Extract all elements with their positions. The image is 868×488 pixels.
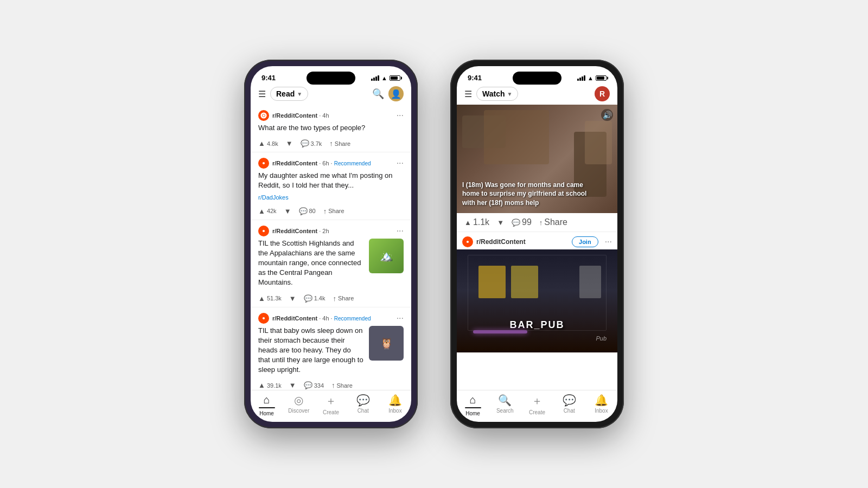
- avatar-left[interactable]: 👤: [388, 86, 404, 101]
- post-3-share[interactable]: ↑ Share: [333, 294, 354, 303]
- post-2-avatar: [258, 158, 269, 169]
- post-4-time: · 4h ·: [319, 315, 334, 322]
- post-4: r/RedditContent · 4h · Recommended ··· T…: [251, 307, 411, 390]
- battery-icon-left: [390, 75, 400, 81]
- post-3: r/RedditContent · 2h ··· TIL the Scottis…: [251, 220, 411, 307]
- nav-home-left[interactable]: ⌂ Home: [251, 394, 283, 416]
- mode-label-read: Read: [276, 89, 295, 98]
- nav-discover-label-left: Discover: [288, 408, 309, 414]
- video-bg-2: BAR_PUB Pub: [457, 249, 617, 352]
- search-icon-right: 🔍: [498, 394, 512, 407]
- top-nav-left: ☰ Read ▼ 🔍 👤: [251, 84, 411, 105]
- post-3-thumb: 🏔️: [369, 239, 404, 273]
- post-1-avatar: [258, 110, 269, 121]
- post-2-upvote[interactable]: ▲ 42k: [258, 207, 277, 215]
- nav-create-label-right: Create: [529, 409, 545, 415]
- post-2-downvote[interactable]: ▼: [284, 207, 291, 215]
- post-4-actions: ▲ 39.1k ▼ 💬 334 ↑ Share: [258, 378, 404, 390]
- post-2-recommended: Recommended: [334, 160, 371, 166]
- post-2-meta: r/RedditContent · 6h · Recommended: [272, 160, 393, 166]
- hamburger-icon-right[interactable]: ☰: [464, 89, 472, 99]
- post-2-header: r/RedditContent · 6h · Recommended ···: [258, 158, 404, 169]
- video-post-2: r/RedditContent Join ··· BAR_PUB: [457, 232, 617, 352]
- post-3-content: TIL the Scottish Highlands and the Appal…: [258, 239, 404, 291]
- nav-home-right[interactable]: ⌂ Home: [457, 394, 489, 416]
- nav-inbox-right[interactable]: 🔔 Inbox: [585, 394, 617, 416]
- post-4-header: r/RedditContent · 4h · Recommended ···: [258, 313, 404, 324]
- video-1-share[interactable]: ↑ Share: [539, 217, 567, 227]
- status-icons-left: ▲: [371, 75, 400, 81]
- post-1-share[interactable]: ↑ Share: [329, 139, 350, 147]
- video-2-subreddit: r/RedditContent: [476, 238, 526, 246]
- phone-left-screen: 9:41 ▲ ☰ Read ▼ �: [251, 66, 411, 422]
- nav-create-left[interactable]: ＋ Create: [315, 394, 347, 416]
- svg-point-5: [263, 229, 265, 232]
- home-icon-left: ⌂: [264, 394, 270, 406]
- post-2: r/RedditContent · 6h · Recommended ··· M…: [251, 152, 411, 220]
- home-icon-right: ⌂: [470, 394, 476, 406]
- nav-inbox-label-right: Inbox: [595, 408, 608, 414]
- post-2-more[interactable]: ···: [397, 158, 404, 168]
- nav-discover-left[interactable]: ◎ Discover: [283, 394, 315, 416]
- video-1-comment[interactable]: 💬 99: [512, 217, 532, 227]
- post-1-upvote[interactable]: ▲ 4.8k: [258, 139, 278, 147]
- post-4-downvote[interactable]: ▼: [289, 381, 296, 389]
- video-1-upvote[interactable]: ▲ 1.1k: [464, 217, 489, 227]
- post-4-title: TIL that baby owls sleep down on their s…: [258, 326, 365, 375]
- nav-home-label-right: Home: [465, 410, 480, 416]
- volume-icon[interactable]: 🔊: [601, 109, 613, 121]
- battery-icon-right: [596, 75, 607, 81]
- nav-chat-right[interactable]: 💬 Chat: [553, 394, 585, 416]
- bottom-nav-left: ⌂ Home ◎ Discover ＋ Create 💬 Chat 🔔: [251, 390, 411, 422]
- phones-container: 9:41 ▲ ☰ Read ▼ �: [244, 60, 624, 428]
- video-post-1: 🔊 I (18m) Was gone for months and came h…: [457, 105, 617, 232]
- post-1: r/RedditContent · 4h ··· What are the tw…: [251, 105, 411, 152]
- post-2-comment[interactable]: 💬 80: [299, 207, 316, 215]
- post-4-upvote[interactable]: ▲ 39.1k: [258, 381, 282, 389]
- nav-chat-left[interactable]: 💬 Chat: [347, 394, 379, 416]
- mode-pill-watch[interactable]: Watch ▼: [476, 87, 518, 101]
- video-1-title: I (18m) Was gone for months and came hom…: [462, 181, 601, 208]
- avatar-right[interactable]: R: [595, 86, 610, 101]
- post-3-upvote[interactable]: ▲ 51.3k: [258, 294, 282, 303]
- post-3-subreddit: r/RedditContent: [272, 228, 317, 234]
- post-2-sub: r/DadJokes: [258, 194, 404, 201]
- phone-right-screen: 9:41 ▲ ☰ Watch ▼: [457, 66, 617, 422]
- search-icon-left[interactable]: 🔍: [372, 88, 384, 100]
- mode-pill-read[interactable]: Read ▼: [270, 87, 308, 101]
- svg-point-7: [263, 317, 265, 319]
- post-3-time: · 2h: [319, 228, 329, 234]
- post-4-comment[interactable]: 💬 334: [304, 381, 324, 389]
- post-1-more[interactable]: ···: [397, 111, 404, 120]
- post-3-more[interactable]: ···: [397, 226, 404, 236]
- video-frame-1: 🔊 I (18m) Was gone for months and came h…: [457, 105, 617, 213]
- inbox-icon-right: 🔔: [595, 394, 608, 407]
- post-1-header: r/RedditContent · 4h ···: [258, 110, 404, 121]
- post-1-comment[interactable]: 💬 3.7k: [301, 139, 322, 147]
- video-2-more[interactable]: ···: [605, 237, 612, 247]
- mode-arrow-watch: ▼: [507, 91, 512, 97]
- post-3-avatar: [258, 226, 269, 236]
- hamburger-icon-left[interactable]: ☰: [258, 89, 266, 99]
- wifi-icon-right: ▲: [588, 75, 593, 81]
- pub-sign: Pub: [596, 335, 607, 342]
- post-2-share[interactable]: ↑ Share: [323, 207, 344, 215]
- post-1-actions: ▲ 4.8k ▼ 💬 3.7k ↑ Share: [258, 136, 404, 152]
- join-button[interactable]: Join: [572, 236, 598, 247]
- top-nav-right: ☰ Watch ▼ R: [457, 84, 617, 105]
- dynamic-island-left: [307, 72, 355, 85]
- post-1-downvote[interactable]: ▼: [286, 139, 293, 147]
- phone-right: 9:41 ▲ ☰ Watch ▼: [450, 60, 624, 428]
- post-4-more[interactable]: ···: [397, 313, 404, 323]
- nav-inbox-left[interactable]: 🔔 Inbox: [379, 394, 411, 416]
- post-3-comment[interactable]: 💬 1.4k: [304, 294, 326, 303]
- post-4-share[interactable]: ↑ Share: [331, 381, 353, 389]
- discover-icon-left: ◎: [294, 394, 303, 407]
- mode-arrow-read: ▼: [297, 91, 302, 97]
- svg-point-3: [263, 162, 265, 164]
- video-1-downvote[interactable]: ▼: [497, 219, 504, 227]
- signal-icon-right: [577, 75, 585, 81]
- post-3-downvote[interactable]: ▼: [289, 294, 296, 303]
- nav-search-right[interactable]: 🔍 Search: [489, 394, 521, 416]
- nav-create-right[interactable]: ＋ Create: [521, 394, 553, 416]
